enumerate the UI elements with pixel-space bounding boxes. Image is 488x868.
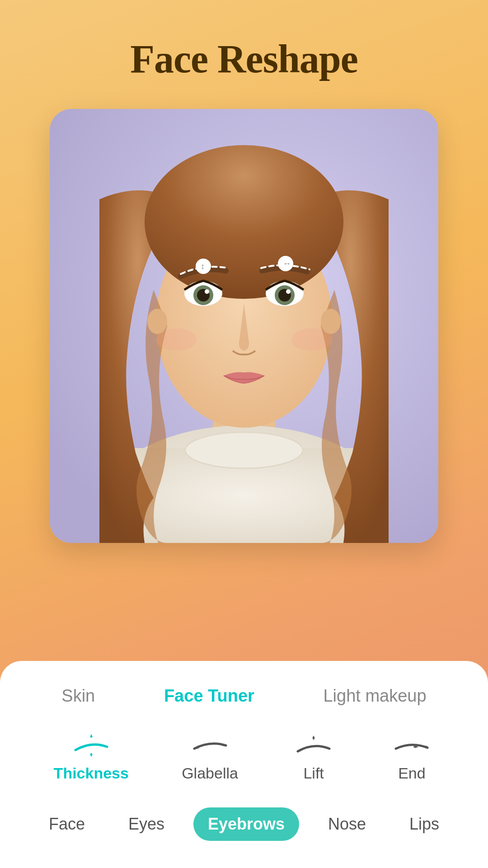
svg-marker-26 <box>90 754 93 757</box>
tool-thickness[interactable]: Thickness <box>54 733 129 782</box>
thickness-icon <box>69 733 114 758</box>
tool-end[interactable]: End <box>389 733 434 782</box>
tool-lift[interactable]: Lift <box>291 733 336 782</box>
end-icon <box>389 733 434 758</box>
category-nose[interactable]: Nose <box>314 807 380 841</box>
tabs-row: Skin Face Tuner Light makeup <box>27 683 461 709</box>
category-eyes[interactable]: Eyes <box>114 807 179 841</box>
category-lips[interactable]: Lips <box>395 807 454 841</box>
glabella-icon <box>188 733 233 758</box>
category-face[interactable]: Face <box>34 807 99 841</box>
svg-point-12 <box>205 289 209 294</box>
thickness-label: Thickness <box>54 764 129 782</box>
tab-face-tuner[interactable]: Face Tuner <box>155 683 263 709</box>
svg-point-4 <box>185 432 303 468</box>
tab-skin[interactable]: Skin <box>52 683 104 709</box>
svg-point-16 <box>286 289 291 294</box>
svg-point-7 <box>147 309 167 334</box>
svg-point-6 <box>145 145 343 299</box>
category-eyebrows[interactable]: Eyebrows <box>193 807 299 841</box>
glabella-label: Glabella <box>182 764 238 782</box>
svg-text:↔: ↔ <box>283 259 291 268</box>
tab-light-makeup[interactable]: Light makeup <box>314 683 435 709</box>
lift-label: Lift <box>303 764 324 782</box>
svg-point-17 <box>156 328 197 351</box>
end-label: End <box>398 764 426 782</box>
tool-glabella[interactable]: Glabella <box>182 733 238 782</box>
photo-card: ↕ ↔ <box>50 109 438 543</box>
page-title: Face Reshape <box>130 36 358 82</box>
bottom-panel: Skin Face Tuner Light makeup Thickness <box>0 661 488 868</box>
person-photo: ↕ ↔ <box>50 109 438 543</box>
svg-text:↕: ↕ <box>201 262 205 271</box>
category-row: Face Eyes Eyebrows Nose Lips <box>27 807 461 841</box>
tools-row: Thickness Glabella <box>27 733 461 782</box>
svg-point-18 <box>291 328 332 351</box>
svg-marker-24 <box>90 734 93 737</box>
svg-point-8 <box>321 309 341 334</box>
lift-icon <box>291 733 336 758</box>
svg-marker-32 <box>312 736 315 738</box>
